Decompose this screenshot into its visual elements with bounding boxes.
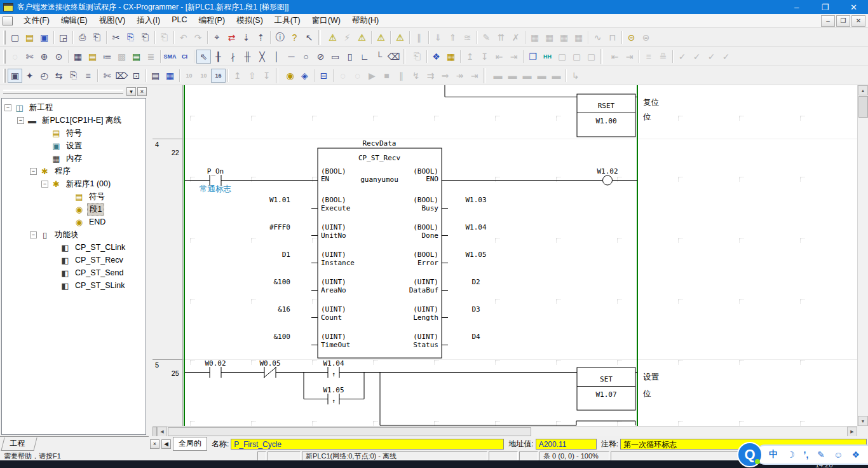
new-instruction-button[interactable]: ▭ (328, 50, 342, 64)
ladder-canvas[interactable]: RSET W1.00 复位 位 4 22 P_On 常通标志 (153, 85, 857, 426)
minimize-button[interactable]: – (782, 0, 811, 14)
block-start-button[interactable]: ⇤ (492, 50, 506, 64)
tree-expander[interactable]: − (4, 104, 11, 111)
monitor-window-1-button[interactable]: ▦ (527, 31, 542, 45)
auto-online-button[interactable]: ◈ (297, 69, 312, 83)
tree-item-project[interactable]: − ◫ 新工程 (2, 101, 146, 114)
block-up-button[interactable]: ↥ (463, 50, 477, 64)
stop-mode-button[interactable]: ■ (379, 69, 394, 83)
monitor-rung-button[interactable]: ▩ (114, 50, 129, 64)
paste-button[interactable]: ⎗ (138, 31, 153, 45)
menu-file[interactable]: 文件(F) (18, 13, 55, 28)
symbol-bar-close-button[interactable]: × (150, 439, 159, 449)
address-reference-button[interactable]: ⎘ (66, 69, 81, 83)
compare-with-plc-button[interactable]: ≋ (460, 31, 475, 45)
set-value-button[interactable]: ↥ (230, 69, 245, 83)
run-mode-button[interactable]: ▶ (365, 69, 379, 83)
tree-item-function-blocks[interactable]: − ▯ 功能块 (2, 228, 146, 241)
block-down-button[interactable]: ↧ (477, 50, 492, 64)
redo-button[interactable]: ↷ (191, 31, 205, 45)
vertical-scroll-thumb[interactable] (858, 96, 868, 118)
step-run-button[interactable]: ↯ (409, 69, 423, 83)
new-contact-button[interactable]: ╂ (211, 50, 226, 64)
fb-online-edit-button[interactable]: ▢ (569, 50, 584, 64)
tree-expander[interactable] (50, 244, 57, 251)
symbol-address-field[interactable]: A200.11 (536, 439, 597, 450)
scan-run-button[interactable]: ⇥ (467, 69, 482, 83)
print-preview-button[interactable]: ⎗ (90, 31, 104, 45)
menu-help[interactable]: 帮助(H) (346, 13, 384, 28)
set-operand[interactable]: W1.07 (595, 390, 616, 399)
local-symbols-button[interactable]: ≣ (144, 50, 158, 64)
symbol-bar-prev-button[interactable]: ◀ (161, 439, 171, 449)
monitor-window-2-button[interactable]: ▦ (542, 31, 557, 45)
find-button[interactable]: ⌖ (210, 31, 224, 45)
tree-item-memory[interactable]: ▦ 内存 (2, 152, 146, 165)
save-button[interactable]: ▣ (37, 31, 51, 45)
pause-button[interactable]: ∥ (412, 31, 426, 45)
time-chart-button[interactable]: ⊓ (605, 31, 620, 45)
force-set-2-button[interactable]: ⇧ (245, 69, 259, 83)
new-or-contact-button[interactable]: ╫ (240, 50, 255, 64)
tree-expander[interactable]: − (17, 117, 24, 124)
ime-emoji-icon[interactable]: ☺ (834, 450, 843, 460)
ci-view-button[interactable]: CI (177, 50, 192, 64)
force-set-button[interactable]: ⊝ (624, 31, 639, 45)
memory-backup-button[interactable]: ▬ (505, 69, 520, 83)
print-button[interactable]: ⎙ (75, 31, 90, 45)
tree-expander[interactable] (50, 282, 57, 289)
symbol-table-button[interactable]: ▤ (129, 50, 144, 64)
tree-item-settings[interactable]: ▣ 设置 (2, 139, 146, 152)
workspace-dropdown-button[interactable]: ▾ (126, 87, 136, 96)
grid-toggle-button[interactable]: ▦ (71, 50, 85, 64)
work-online-button[interactable]: ◉ (283, 69, 297, 83)
open-file-button[interactable]: ▤ (22, 31, 37, 45)
toolbar-gap[interactable] (316, 31, 325, 45)
ladder-horizontal-scrollbar[interactable]: ◀ ▶ (153, 426, 857, 436)
align-top-button[interactable]: ≞ (656, 50, 670, 64)
workspace-close-button[interactable]: × (137, 87, 147, 96)
tree-item-fb-cp-st-recv[interactable]: ◧ CP_ST_Recv (2, 254, 146, 266)
tree-item-plc[interactable]: − ▬ 新PLC1[CP1H-E] 离线 (2, 114, 146, 127)
toolbar-grip[interactable] (3, 31, 6, 45)
tree-item-fb-cp-st-send[interactable]: ◧ CP_ST_Send (2, 266, 146, 279)
menu-insert[interactable]: 插入(I) (131, 13, 166, 28)
diff-1-button[interactable]: ✓ (675, 50, 689, 64)
pane-splitter-handle[interactable] (153, 427, 157, 437)
zoom-in-button[interactable]: ⊕ (37, 50, 51, 64)
replace-button[interactable]: ⇄ (224, 31, 239, 45)
cancel-online-edit-button[interactable]: ✗ (508, 31, 523, 45)
tree-item-section1[interactable]: ◉ 段1 (2, 203, 146, 216)
program-check-button[interactable]: ⚠ (355, 31, 369, 45)
menu-view[interactable]: 视图(V) (93, 13, 132, 28)
workspace-grip[interactable] (3, 90, 123, 94)
copy-button[interactable]: ⎘ (123, 31, 138, 45)
tree-expander[interactable] (41, 130, 48, 137)
erase-mode-button[interactable]: ⌫ (386, 50, 401, 64)
menu-window[interactable]: 窗口(W) (306, 13, 346, 28)
rset-mnemonic[interactable]: RSET (598, 102, 615, 110)
tree-expander[interactable] (64, 219, 71, 226)
data-trace-button[interactable]: ▦ (163, 69, 177, 83)
fb-io-button[interactable]: ▢ (555, 50, 569, 64)
select-mode-button[interactable]: ⇖ (196, 50, 211, 64)
tree-expander[interactable] (41, 155, 48, 162)
diff-4-button[interactable]: ✓ (719, 50, 733, 64)
mdi-restore-button[interactable]: ❐ (836, 15, 850, 27)
new-coil-button[interactable]: ○ (299, 50, 313, 64)
force-cancel-button[interactable]: ↧ (259, 69, 274, 83)
tree-expander[interactable]: − (30, 231, 37, 238)
set-mnemonic[interactable]: SET (600, 375, 613, 383)
signed-decimal-display-button[interactable]: 10 (196, 69, 211, 83)
toolbar-grip[interactable] (3, 50, 6, 64)
block-end-button[interactable]: ⇥ (506, 50, 521, 64)
clock-set-button[interactable]: ▬ (534, 69, 549, 83)
timer-counter-button[interactable]: ▦ (444, 50, 458, 64)
zoom-tool-button[interactable]: ✄ (22, 50, 37, 64)
search-up-button[interactable]: ⇡ (254, 31, 268, 45)
properties-button[interactable]: ≡ (81, 69, 95, 83)
new-function-button[interactable]: ∟ (357, 50, 372, 64)
pause-trigger-button[interactable]: ◌ (350, 69, 365, 83)
rung-comment-button[interactable]: ⊡ (129, 69, 144, 83)
mdi-minimize-button[interactable]: – (821, 15, 835, 27)
